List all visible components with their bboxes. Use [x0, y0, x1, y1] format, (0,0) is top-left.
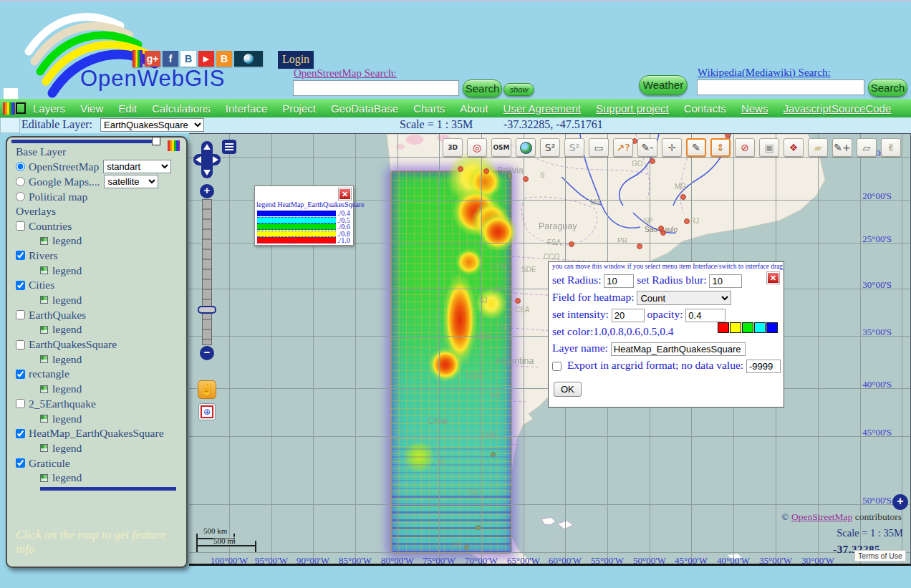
overlay-checkbox-rivers[interactable] — [16, 251, 25, 260]
pan-up-arrow-icon[interactable] — [203, 144, 211, 150]
wiki-search-input[interactable] — [697, 79, 864, 95]
overlay-checkbox-2-5earthquake[interactable] — [16, 399, 25, 408]
color-swatch[interactable] — [766, 322, 778, 333]
legend-link-heatmap-earthquakessquare[interactable]: legend — [16, 441, 186, 456]
pan-left-arrow-icon[interactable] — [196, 156, 201, 163]
zoom-out-button[interactable]: − — [200, 346, 214, 360]
legend-link-earthquakes[interactable]: legend — [16, 322, 186, 337]
ok-button[interactable]: OK — [554, 382, 582, 397]
weather-button[interactable]: Weather — [639, 75, 688, 95]
save-icon[interactable]: ▣ — [759, 138, 779, 157]
osm-search-link[interactable]: OpenStreetMap Search: — [294, 67, 397, 79]
pan-down-arrow-icon[interactable] — [203, 170, 211, 175]
menu-item-user-agreement[interactable]: User Agreement — [503, 102, 581, 115]
vk-icon[interactable]: B — [180, 51, 196, 67]
osm-search-button[interactable]: Search — [463, 79, 502, 97]
topology-icon[interactable]: ❖ — [784, 138, 804, 157]
menu-item-geodatabase[interactable]: GeoDataBase — [331, 102, 398, 115]
expand-plus-button[interactable]: + — [892, 494, 908, 510]
radius-blur-input[interactable] — [709, 274, 742, 288]
close-icon[interactable]: ✕ — [767, 272, 779, 284]
measure-area-s1-icon[interactable]: S² — [540, 138, 560, 157]
menu-item-layers[interactable]: Layers — [33, 102, 65, 115]
draw-edit-icon[interactable]: ✎ — [686, 138, 706, 157]
zoom-slider-handle[interactable] — [198, 306, 216, 314]
color-swatch[interactable] — [730, 322, 741, 333]
pan-hand-icon[interactable]: ✌ — [881, 138, 901, 157]
base-layer-radio-openstreetmap[interactable] — [16, 162, 25, 171]
legend-link-cities[interactable]: legend — [16, 293, 186, 307]
menu-item-about[interactable]: About — [460, 102, 488, 115]
wiki-search-button[interactable]: Search — [868, 79, 907, 97]
show-button[interactable]: show — [503, 83, 534, 96]
google-plus-icon[interactable]: g+ — [145, 51, 160, 67]
export-arcgrid-checkbox[interactable] — [552, 362, 561, 371]
menu-item-view[interactable]: View — [80, 102, 103, 115]
ruler-icon[interactable]: ▭ — [589, 138, 609, 157]
standart-select[interactable]: standart — [103, 160, 171, 173]
menu-item-javascriptsourcecode[interactable]: JavascriptSourceCode — [783, 102, 891, 115]
overlay-checkbox-countries[interactable] — [16, 221, 25, 231]
draw-remove-icon[interactable]: ✎- — [637, 138, 657, 157]
move-feature-icon[interactable]: ✛ — [662, 138, 682, 157]
intensity-input[interactable] — [612, 309, 645, 322]
legend-link-rectangle[interactable]: legend — [16, 382, 186, 396]
layer-name-input[interactable] — [611, 342, 746, 356]
draw-add-icon[interactable]: ✎+ — [832, 138, 852, 157]
field-select[interactable]: Count — [637, 291, 731, 305]
legend-link-2-5earthquake[interactable]: legend — [16, 411, 186, 425]
globe-icon[interactable] — [516, 138, 536, 157]
legend-link-graticule[interactable]: legend — [16, 471, 186, 485]
overlay-checkbox-earthquakessquare[interactable] — [16, 340, 25, 350]
menu-item-edit[interactable]: Edit — [118, 102, 137, 115]
menu-item-support-project[interactable]: Support project — [596, 102, 669, 115]
login-button[interactable]: Login — [278, 51, 314, 69]
facebook-icon[interactable]: f — [163, 51, 178, 67]
sidebar-drag-bar[interactable] — [11, 140, 152, 143]
legend-link-countries[interactable]: legend — [16, 233, 186, 248]
overlay-checkbox-earthquakes[interactable] — [16, 310, 25, 319]
menu-item-interface[interactable]: Interface — [226, 102, 267, 115]
measure-area-s2-icon[interactable]: S² — [564, 138, 584, 157]
zoom-slider[interactable] — [202, 199, 212, 345]
overlay-checkbox-rectangle[interactable] — [16, 370, 25, 379]
editable-layer-select[interactable]: EarthQuakesSquare — [100, 118, 204, 132]
color-swatch[interactable] — [742, 322, 753, 333]
menu-item-project[interactable]: Project — [282, 102, 316, 115]
layer-list-icon[interactable] — [222, 140, 236, 154]
polygon-nodes-icon[interactable]: ▱ — [857, 138, 877, 157]
terms-of-use-link[interactable]: Terms of Use — [854, 550, 906, 562]
overlay-checkbox-graticule[interactable] — [16, 458, 25, 468]
menu-item-charts[interactable]: Charts — [413, 102, 445, 115]
map-viewport[interactable]: BoliviaParaguayArgentinaChileSao PauloSG… — [189, 133, 911, 566]
close-icon[interactable]: ✕ — [339, 188, 351, 200]
measure-path-icon[interactable]: ↗? — [613, 138, 633, 157]
overlay-checkbox-heatmap-earthquakessquare[interactable] — [16, 429, 25, 438]
satellite-select[interactable]: satellite — [104, 175, 158, 188]
osm-layer-icon[interactable]: OSM — [491, 138, 511, 157]
overlay-checkbox-cities[interactable] — [16, 281, 25, 290]
legend-link-earthquakessquare[interactable]: legend — [16, 352, 186, 367]
radius-input[interactable] — [604, 274, 634, 288]
osm-attribution-link[interactable]: OpenStreetMap — [791, 511, 852, 522]
wiki-search-link[interactable]: Wikipedia(Mediawiki) Search: — [698, 67, 831, 79]
view-3d-icon[interactable]: 3D — [443, 138, 463, 157]
pan-hand-button[interactable]: ✌ — [198, 380, 216, 399]
color-swatch[interactable] — [754, 322, 766, 333]
menu-item-news[interactable]: News — [741, 102, 768, 115]
base-layer-radio-political-map[interactable] — [16, 192, 25, 201]
legend-link-rivers[interactable]: legend — [16, 263, 186, 277]
menu-item-calculations[interactable]: Calculations — [152, 102, 211, 115]
osm-search-input[interactable] — [293, 80, 459, 96]
polygon-icon[interactable]: ▰ — [808, 138, 828, 157]
pan-right-arrow-icon[interactable] — [213, 156, 218, 163]
move-vertex-icon[interactable]: ⇕ — [710, 138, 731, 157]
base-layer-radio-google-maps[interactable] — [16, 177, 25, 186]
youtube-icon[interactable]: ► — [198, 51, 214, 67]
zoom-in-button[interactable]: + — [200, 184, 214, 198]
geolocate-icon[interactable]: ◎ — [467, 138, 487, 157]
no-draw-icon[interactable]: ⊘ — [735, 138, 755, 157]
color-swatch[interactable] — [718, 322, 729, 333]
livejournal-icon[interactable]: LJ — [234, 51, 263, 67]
zoom-box-button[interactable]: ⊕ — [198, 403, 216, 420]
